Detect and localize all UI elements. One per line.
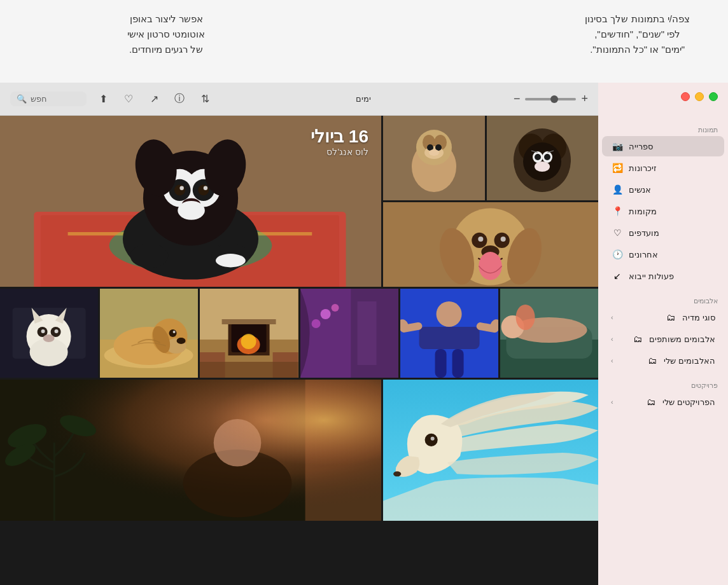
svg-rect-77 [222,319,276,324]
close-button[interactable] [681,92,690,101]
chevron-my-albums: › [611,357,613,364]
photo-cell[interactable] [383,380,598,521]
date-overlay: 16 ביולי לוס אנג'לס [311,126,368,157]
sidebar-item-my-albums[interactable]: › 🗂 האלבומים שלי [602,350,724,371]
zoom-minus-icon[interactable]: − [514,92,521,106]
view-mode-label[interactable]: ימים [356,94,371,104]
zoom-plus-icon[interactable]: + [581,92,588,106]
sidebar-item-memories[interactable]: 🔁 זיכרונות [602,158,724,178]
minimize-button[interactable] [695,92,704,101]
callout-left: צפה/י בתמונות שלך בסינון לפי "שנים", "חו… [585,11,690,57]
search-icon: 🔍 [17,94,27,104]
svg-point-69 [311,319,320,328]
svg-point-38 [216,254,246,267]
svg-rect-64 [435,349,446,378]
svg-point-98 [55,329,59,333]
share-icon[interactable]: ⬆ [94,90,112,108]
photos-section-label: תמונות [598,122,728,135]
sidebar-memories-label: זיכרונות [629,163,657,173]
photo-date: 16 ביולי [311,126,368,147]
search-placeholder: חפש [31,94,47,104]
sidebar-item-places[interactable]: 📍 מקומות [602,201,724,221]
sidebar-imports-label: פעולות ייבוא [629,272,674,281]
sidebar-media-types-label: סוגי מדיה [682,313,715,322]
svg-point-68 [331,304,339,312]
zoom-slider[interactable] [525,98,576,100]
info-icon[interactable]: ⓘ [171,90,188,108]
svg-point-88 [169,329,177,337]
sidebar-places-label: מקומות [629,207,657,216]
photo-cell[interactable]: ••• [487,116,598,200]
library-icon: 📷 [611,140,624,153]
svg-point-18 [429,149,439,156]
photo-cell[interactable] [300,289,398,378]
chevron-projects: › [611,398,613,406]
photo-cell[interactable] [400,289,498,378]
sidebar-item-imports[interactable]: ↙ פעולות ייבוא [602,266,724,286]
albums-section-label: אלבומים [598,293,728,306]
sidebar-favorites-label: מועדפים [629,228,659,238]
heart-icon[interactable]: ♡ [120,90,137,108]
photo-cell[interactable] [383,116,485,200]
photo-cell[interactable] [0,289,98,378]
svg-point-94 [30,338,68,366]
places-icon: 📍 [611,205,624,217]
chevron-media-types: › [611,313,613,321]
recent-icon: 🕐 [611,248,624,261]
memories-icon: 🔁 [611,162,624,174]
svg-rect-113 [0,380,381,521]
toolbar-center: ימים [221,94,506,104]
svg-point-30 [174,184,185,195]
svg-point-97 [41,329,45,333]
svg-point-36 [130,244,169,268]
export-icon[interactable]: ↗ [145,90,163,108]
photo-grid: ••• [0,116,598,585]
svg-point-102 [393,471,401,476]
favorites-icon: ♡ [611,226,624,239]
photo-cell[interactable] [100,289,198,378]
svg-point-7 [535,154,541,160]
toolbar-right: + − [514,92,588,106]
svg-point-90 [177,338,186,344]
svg-point-31 [198,184,209,195]
svg-point-104 [431,437,435,441]
svg-point-48 [501,237,506,242]
photo-cell[interactable] [0,380,381,521]
svg-point-76 [241,334,256,349]
photo-cell[interactable] [200,289,298,378]
media-types-icon: 🗂 [664,311,677,324]
svg-rect-70 [357,301,376,365]
maximize-button[interactable] [709,92,718,101]
sidebar: תמונות 📷 ספרייה 🔁 זיכרונות 👤 אנשים 📍 מקו… [598,83,728,585]
sidebar-recent-label: אחרונים [629,250,658,259]
sidebar-item-shared-albums[interactable]: › 🗂 אלבומים משותפים [602,329,724,349]
callout-right: אפשר ליצור באופן אוטומטי סרטון אישי של ר… [127,11,205,57]
svg-rect-80 [200,362,298,378]
sidebar-item-media-types[interactable]: › 🗂 סוגי מדיה [602,307,724,327]
svg-point-35 [178,201,205,220]
sidebar-item-recent[interactable]: 🕐 אחרונים [602,244,724,265]
adjust-icon[interactable]: ⇅ [196,90,214,108]
svg-point-56 [515,305,535,330]
photo-location: לוס אנג'לס [311,147,368,157]
svg-rect-59 [419,327,479,349]
projects-section-label: פרויקטים [598,378,728,391]
toolbar: 🔍 חפש ⬆ ♡ ↗ ⓘ ⇅ ימים + − [0,83,598,116]
svg-point-89 [173,331,176,333]
projects-icon: 🗂 [645,396,657,408]
sidebar-item-people[interactable]: 👤 אנשים [602,179,724,200]
sidebar-item-favorites[interactable]: ♡ מועדפים [602,223,724,243]
sidebar-item-my-projects[interactable]: › 🗂 הפרויקטים שלי [602,392,724,412]
sidebar-library-label: ספרייה [629,142,653,151]
svg-point-8 [544,154,550,160]
callout-area: צפה/י בתמונות שלך בסינון לפי "שנים", "חו… [0,0,728,83]
main-photo-cell[interactable]: 16 ביולי לוס אנג'לס [0,116,381,287]
main-window: 🔍 חפש ⬆ ♡ ↗ ⓘ ⇅ ימים + − ••• [0,83,598,585]
sidebar-item-library[interactable]: 📷 ספרייה [602,136,724,156]
photo-cell[interactable] [383,202,598,287]
svg-point-67 [320,309,330,319]
photo-cell[interactable] [500,289,598,378]
search-box[interactable]: 🔍 חפש [10,92,87,106]
svg-point-32 [179,186,183,190]
traffic-lights [681,92,718,101]
